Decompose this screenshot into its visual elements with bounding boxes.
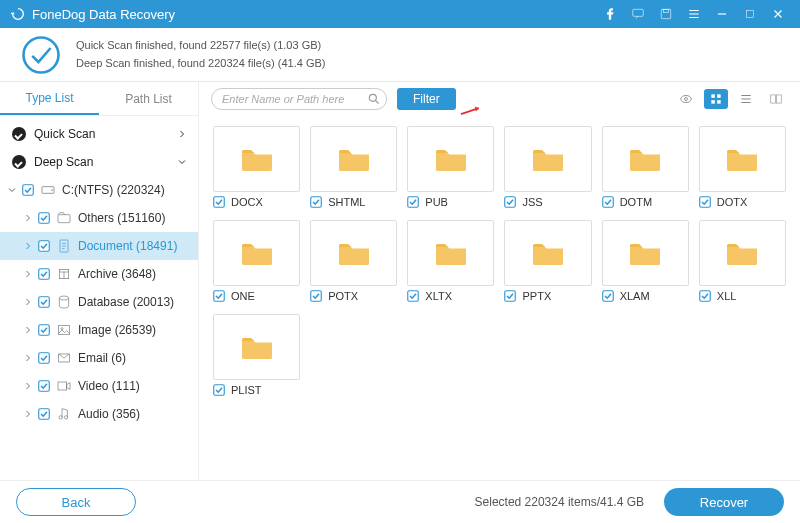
svg-rect-8 xyxy=(39,213,50,224)
back-button[interactable]: Back xyxy=(16,488,136,516)
svg-rect-0 xyxy=(633,9,644,16)
tree-node-label: Others (151160) xyxy=(78,211,188,225)
folder-icon xyxy=(433,144,469,174)
tree-node-image[interactable]: Image (26539) xyxy=(0,316,198,344)
grid-item[interactable]: XLAM xyxy=(602,220,689,302)
chevron-right-icon xyxy=(22,408,34,420)
tree-deep-scan[interactable]: Deep Scan xyxy=(0,148,198,176)
folder-thumbnail xyxy=(699,126,786,192)
share-facebook-icon[interactable] xyxy=(598,2,622,26)
minimize-icon[interactable] xyxy=(710,2,734,26)
save-icon[interactable] xyxy=(654,2,678,26)
folder-icon xyxy=(530,144,566,174)
grid-item[interactable]: PUB xyxy=(407,126,494,208)
checkbox-icon[interactable] xyxy=(699,196,711,208)
folder-icon xyxy=(627,238,663,268)
svg-rect-1 xyxy=(661,9,670,18)
svg-rect-16 xyxy=(39,325,50,336)
checkbox-icon[interactable] xyxy=(504,196,516,208)
close-icon[interactable] xyxy=(766,2,790,26)
tree-node-email[interactable]: Email (6) xyxy=(0,344,198,372)
tree-quick-scan[interactable]: Quick Scan xyxy=(0,120,198,148)
preview-toggle-icon[interactable] xyxy=(674,89,698,109)
checkbox-icon[interactable] xyxy=(38,380,50,392)
checkbox-icon[interactable] xyxy=(38,408,50,420)
grid-item-label: DOTM xyxy=(620,196,652,208)
svg-rect-10 xyxy=(39,241,50,252)
search-icon[interactable] xyxy=(367,92,381,106)
filter-button[interactable]: Filter xyxy=(397,88,456,110)
folder-icon xyxy=(239,144,275,174)
tree-node-archive[interactable]: Archive (3648) xyxy=(0,260,198,288)
tab-type-list[interactable]: Type List xyxy=(0,82,99,115)
folder-thumbnail xyxy=(699,220,786,286)
search-input[interactable] xyxy=(211,88,387,110)
scan-complete-icon xyxy=(20,34,62,76)
svg-point-28 xyxy=(685,98,688,101)
tree-node-database[interactable]: Database (20013) xyxy=(0,288,198,316)
svg-point-15 xyxy=(59,296,68,300)
grid-item[interactable]: DOTM xyxy=(602,126,689,208)
tree-node-label: Email (6) xyxy=(78,351,188,365)
checkbox-icon[interactable] xyxy=(38,352,50,364)
video-icon xyxy=(56,378,72,394)
tree-node-audio[interactable]: Audio (356) xyxy=(0,400,198,428)
grid-item[interactable]: ONE xyxy=(213,220,300,302)
chevron-right-icon xyxy=(22,240,34,252)
maximize-icon[interactable] xyxy=(738,2,762,26)
recover-button[interactable]: Recover xyxy=(664,488,784,516)
svg-rect-37 xyxy=(408,197,419,208)
folder-thumbnail xyxy=(213,220,300,286)
tree-node-document[interactable]: Document (18491) xyxy=(0,232,198,260)
grid-item[interactable]: JSS xyxy=(504,126,591,208)
checkbox-icon[interactable] xyxy=(38,324,50,336)
tree-node-label: Video (111) xyxy=(78,379,188,393)
svg-rect-34 xyxy=(777,95,782,103)
grid-item[interactable]: XLTX xyxy=(407,220,494,302)
quick-scan-status: Quick Scan finished, found 22577 file(s)… xyxy=(76,37,325,55)
chevron-down-icon xyxy=(176,156,188,168)
checkbox-icon[interactable] xyxy=(213,196,225,208)
titlebar: FoneDog Data Recovery xyxy=(0,0,800,28)
svg-rect-30 xyxy=(717,94,721,98)
tree-drive[interactable]: C:(NTFS) (220324) xyxy=(0,176,198,204)
toolbar: Filter xyxy=(199,82,800,116)
grid-item[interactable]: PPTX xyxy=(504,220,591,302)
menu-icon[interactable] xyxy=(682,2,706,26)
checkbox-icon[interactable] xyxy=(407,196,419,208)
checkbox-icon[interactable] xyxy=(602,196,614,208)
grid-view-button[interactable] xyxy=(704,89,728,109)
file-grid: DOCXSHTMLPUBJSSDOTMDOTXONEPOTXXLTXPPTXXL… xyxy=(199,116,800,480)
checkbox-icon[interactable] xyxy=(602,290,614,302)
checkbox-icon[interactable] xyxy=(504,290,516,302)
grid-item[interactable]: DOTX xyxy=(699,126,786,208)
svg-point-4 xyxy=(24,37,59,72)
grid-item[interactable]: POTX xyxy=(310,220,397,302)
checkbox-icon[interactable] xyxy=(22,184,34,196)
grid-item[interactable]: XLL xyxy=(699,220,786,302)
feedback-icon[interactable] xyxy=(626,2,650,26)
checkbox-icon[interactable] xyxy=(38,268,50,280)
tab-path-list[interactable]: Path List xyxy=(99,82,198,115)
checkbox-icon[interactable] xyxy=(699,290,711,302)
checkbox-icon[interactable] xyxy=(38,240,50,252)
grid-item-label: XLL xyxy=(717,290,737,302)
grid-item[interactable]: DOCX xyxy=(213,126,300,208)
checkbox-icon[interactable] xyxy=(38,296,50,308)
svg-rect-45 xyxy=(602,291,613,302)
tree-node-folder[interactable]: Others (151160) xyxy=(0,204,198,232)
deep-scan-status: Deep Scan finished, found 220324 file(s)… xyxy=(76,55,325,73)
checkbox-icon[interactable] xyxy=(310,290,322,302)
checkbox-icon[interactable] xyxy=(213,384,225,396)
checkbox-icon[interactable] xyxy=(38,212,50,224)
grid-item[interactable]: PLIST xyxy=(213,314,300,396)
tree-node-video[interactable]: Video (111) xyxy=(0,372,198,400)
grid-item[interactable]: SHTML xyxy=(310,126,397,208)
folder-thumbnail xyxy=(504,220,591,286)
list-view-button[interactable] xyxy=(734,89,758,109)
detail-view-button[interactable] xyxy=(764,89,788,109)
checkbox-icon[interactable] xyxy=(213,290,225,302)
checkbox-icon[interactable] xyxy=(407,290,419,302)
folder-thumbnail xyxy=(602,126,689,192)
checkbox-icon[interactable] xyxy=(310,196,322,208)
